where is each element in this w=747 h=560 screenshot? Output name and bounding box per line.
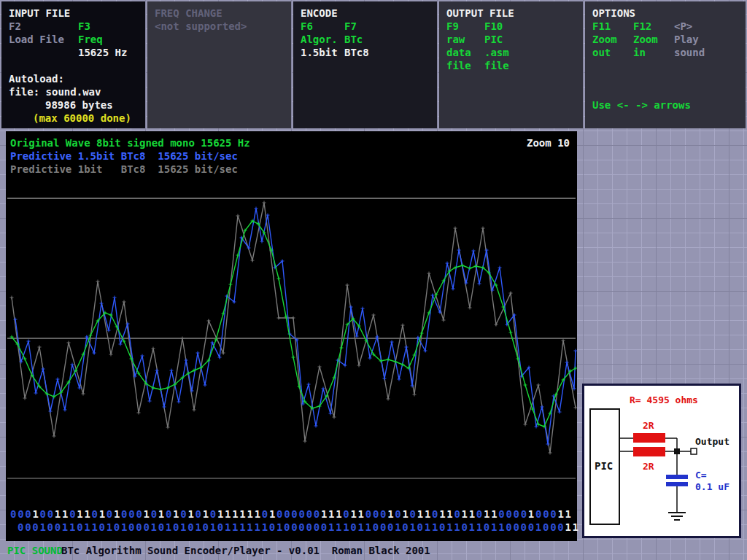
waveform-canvas (6, 131, 577, 541)
capacitance-label-line2: 0.1 uF (695, 481, 729, 492)
resistor-2r-bottom (633, 447, 665, 456)
capacitor-plate-top (666, 475, 688, 479)
options-title: OPTIONS (592, 7, 635, 19)
raw-file-word2[interactable]: data (446, 47, 471, 58)
zoom-out-word2[interactable]: out (592, 47, 611, 58)
freq-change-title: FREQ CHANGE (155, 7, 222, 19)
output-terminal (691, 448, 697, 454)
max-done-note: (max 60000 done) (33, 112, 131, 124)
panel-encode: ENCODE F6 F7 Algor. BTc 1.5bit BTc8 (293, 1, 437, 128)
input-file-title: INPUT FILE (9, 7, 70, 19)
status-bar: PIC SOUND BTc Algorithm Sound Encoder/Pl… (0, 542, 747, 560)
pic-chip-label: PIC (595, 460, 613, 472)
rc-filter-schematic: R= 4595 ohms PIC 2R 2R Output C= 0.1 uF (584, 386, 739, 536)
asm-file-hotkey[interactable]: F10 (484, 20, 503, 32)
encode-algor-family: BTc (344, 34, 363, 45)
zoom-in-word2[interactable]: in (633, 47, 646, 58)
app-window: INPUT FILE F2 F3 Load File Freq 15625 Hz… (0, 0, 747, 560)
encode-bit-hotkey[interactable]: F6 (301, 20, 313, 32)
zoom-out-hotkey[interactable]: F11 (592, 20, 611, 32)
autoload-label: Autoload: (9, 73, 64, 85)
encode-algo-value: BTc8 (344, 47, 369, 58)
zoom-out-word1[interactable]: Zoom (592, 34, 617, 45)
load-file-command[interactable]: Load File (9, 34, 64, 45)
raw-file-hotkey[interactable]: F9 (446, 20, 459, 32)
loaded-file-size: 98986 bytes (45, 99, 113, 111)
capacitance-label-line1: C= (695, 470, 707, 481)
play-sound-word2[interactable]: sound (674, 47, 705, 58)
encode-algo-hotkey[interactable]: F7 (344, 20, 357, 32)
encode-bit-value: 1.5bit (301, 47, 338, 58)
junction-node (674, 448, 680, 454)
waveform-panel: Original Wave 8bit signed mono 15625 Hz … (6, 131, 577, 541)
play-sound-word1[interactable]: Play (674, 34, 699, 45)
asm-file-word1[interactable]: PIC (484, 34, 503, 45)
resistor-2r-bottom-label: 2R (643, 461, 654, 472)
encode-title: ENCODE (301, 7, 338, 19)
load-file-hotkey[interactable]: F2 (9, 20, 21, 32)
capacitor-plate-bottom (666, 482, 688, 486)
play-sound-hotkey[interactable]: <P> (674, 20, 692, 32)
panel-input-file: INPUT FILE F2 F3 Load File Freq 15625 Hz… (1, 1, 145, 128)
resistance-value-label: R= 4595 ohms (630, 394, 698, 405)
freq-command[interactable]: Freq (78, 34, 103, 45)
zoom-in-word1[interactable]: Zoom (633, 34, 658, 45)
app-name-label: PIC SOUND (7, 545, 63, 556)
freq-value: 15625 Hz (78, 47, 127, 58)
arrows-hint: Use <- -> arrows (592, 99, 691, 111)
zoom-in-hotkey[interactable]: F12 (633, 20, 651, 32)
loaded-file-name: file: sound.wav (9, 86, 101, 98)
output-label: Output (695, 436, 729, 447)
freq-hotkey[interactable]: F3 (78, 20, 90, 32)
raw-file-word3[interactable]: file (446, 60, 471, 71)
resistor-2r-top (633, 433, 665, 443)
output-file-title: OUTPUT FILE (446, 7, 514, 19)
ground-symbol (668, 513, 686, 520)
raw-file-word1[interactable]: raw (446, 34, 465, 45)
bitstream-row-1: 0001001101101010001010101010111111010000… (10, 508, 573, 520)
panel-options: OPTIONS F11 Zoom out F12 Zoom in <P> Pla… (585, 1, 746, 128)
panel-output-file: OUTPUT FILE F9 raw data file F10 PIC .as… (439, 1, 583, 128)
asm-file-word2[interactable]: .asm (484, 47, 509, 58)
freq-change-note: <not supported> (155, 20, 247, 32)
bitstream-row-2: 0001001101101010001010101010111111010000… (18, 521, 580, 533)
encode-algor-label: Algor. (301, 34, 338, 45)
panel-freq-change: FREQ CHANGE <not supported> (147, 1, 291, 128)
resistor-2r-top-label: 2R (643, 420, 654, 431)
circuit-diagram-panel: R= 4595 ohms PIC 2R 2R Output C= 0.1 uF (582, 384, 741, 538)
status-text: BTc Algorithm Sound Encoder/Player - v0.… (61, 545, 430, 556)
asm-file-word3[interactable]: file (484, 60, 509, 71)
